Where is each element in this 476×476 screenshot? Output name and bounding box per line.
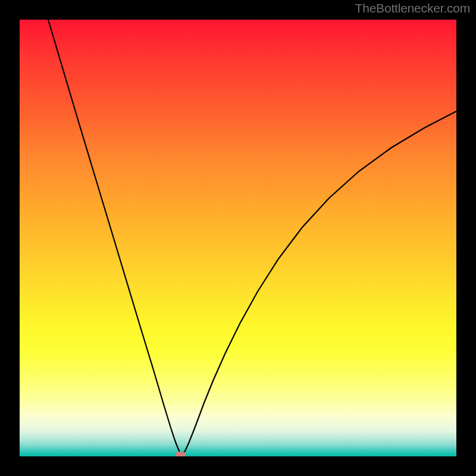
optimum-marker	[176, 452, 186, 457]
bottleneck-curve	[48, 20, 456, 455]
plot-area	[20, 20, 456, 456]
curve-svg	[20, 20, 456, 456]
chart-frame: TheBottlenecker.com	[0, 0, 476, 476]
watermark-text: TheBottlenecker.com	[355, 1, 470, 15]
